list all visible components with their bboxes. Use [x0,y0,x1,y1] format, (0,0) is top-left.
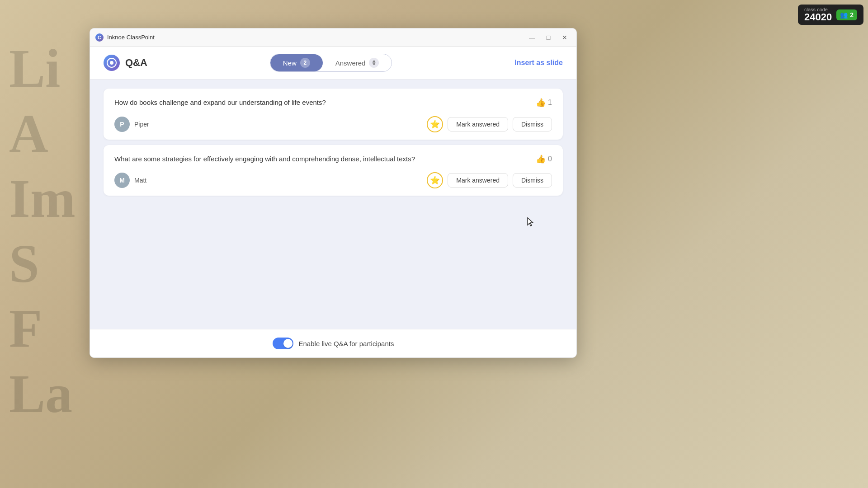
card-actions-2: ⭐ Mark answered Dismiss [427,172,552,188]
dialog-header: Q&A New 2 Answered 0 Insert as slide [90,47,576,80]
question-text-1: How do books challenge and expand our un… [114,98,536,108]
dialog-window: C Inknoe ClassPoint — □ ✕ Q&A New 2 A [90,28,577,358]
star-button-1[interactable]: ⭐ [427,116,443,132]
title-bar-controls: — □ ✕ [526,31,571,44]
app-icon: C [95,33,104,42]
user-info-2: M Matt [114,173,146,188]
tab-new-badge: 2 [300,58,310,68]
minimize-button[interactable]: — [526,31,538,44]
like-count-1: 👍 1 [536,98,552,108]
tab-answered-label: Answered [335,59,366,67]
svg-point-1 [110,61,113,65]
card-actions-1: ⭐ Mark answered Dismiss [427,116,552,132]
tab-answered-badge: 0 [369,58,379,68]
toggle-thumb [283,339,292,348]
logo-icon [104,55,120,71]
star-button-2[interactable]: ⭐ [427,172,443,188]
username-2: Matt [134,177,146,184]
avatar-2: M [114,173,130,188]
participants-badge: 👥 2 [836,9,857,20]
question-bottom-2: M Matt ⭐ Mark answered Dismiss [114,172,552,188]
mark-answered-button-1[interactable]: Mark answered [448,117,508,131]
tab-new[interactable]: New 2 [270,54,323,71]
avatar-1: P [114,117,130,132]
header-left: Q&A [104,55,147,71]
dismiss-button-2[interactable]: Dismiss [513,173,552,188]
question-card-2: What are some strategies for effectively… [104,145,563,196]
close-button[interactable]: ✕ [558,31,571,44]
title-bar: C Inknoe ClassPoint — □ ✕ [90,28,576,47]
toggle-label: Enable live Q&A for participants [299,340,394,347]
user-info-1: P Piper [114,117,149,132]
tab-group: New 2 Answered 0 [270,54,392,72]
class-code-number: 24020 [804,12,832,22]
dialog-title: Inknoe ClassPoint [107,34,522,41]
qa-title: Q&A [125,57,147,69]
like-number-1: 1 [548,99,552,107]
live-qa-toggle[interactable] [273,338,293,349]
question-card-1: How do books challenge and expand our un… [104,89,563,140]
like-count-2: 👍 0 [536,154,552,164]
tab-new-label: New [283,59,297,67]
questions-list: How do books challenge and expand our un… [90,80,576,329]
tab-answered[interactable]: Answered 0 [323,54,392,71]
insert-as-slide-button[interactable]: Insert as slide [514,59,563,67]
like-number-2: 0 [548,155,552,163]
participants-count: 2 [850,11,854,19]
dismiss-button-1[interactable]: Dismiss [513,117,552,131]
maximize-button[interactable]: □ [542,31,555,44]
toggle-track [273,338,293,349]
mark-answered-button-2[interactable]: Mark answered [448,173,508,188]
dialog-footer: Enable live Q&A for participants [90,329,576,357]
question-top-1: How do books challenge and expand our un… [114,98,552,108]
question-bottom-1: P Piper ⭐ Mark answered Dismiss [114,116,552,132]
thumbs-up-icon-1: 👍 [536,98,546,108]
question-text-2: What are some strategies for effectively… [114,154,536,164]
live-qa-toggle-container: Enable live Q&A for participants [273,338,394,349]
thumbs-up-icon-2: 👍 [536,154,546,164]
participants-icon: 👥 [840,11,848,19]
class-badge: class code 24020 👥 2 [798,5,863,25]
question-top-2: What are some strategies for effectively… [114,154,552,164]
username-1: Piper [134,121,149,128]
